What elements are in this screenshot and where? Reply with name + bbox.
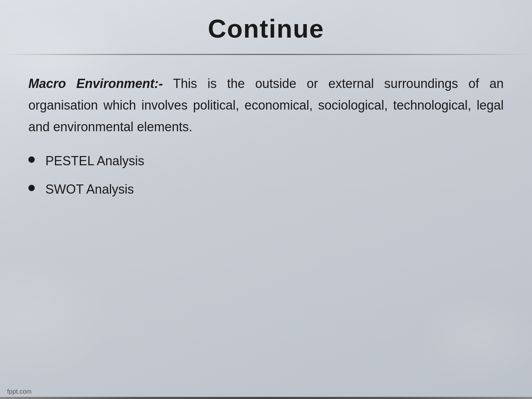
- term-label: Macro Environment:-: [28, 76, 163, 91]
- definition-paragraph: Macro Environment:- This is the outside …: [28, 73, 504, 138]
- bullet-dot: [28, 185, 35, 191]
- bullet-dot: [28, 156, 35, 163]
- footer-watermark: fppt.com: [7, 388, 32, 395]
- slide-header: Continue: [0, 0, 532, 54]
- bullet-item-text: PESTEL Analysis: [45, 152, 144, 170]
- bullet-list: PESTEL Analysis SWOT Analysis: [28, 152, 504, 199]
- list-item: PESTEL Analysis: [28, 152, 504, 170]
- list-item: SWOT Analysis: [28, 181, 504, 198]
- slide-content: Macro Environment:- This is the outside …: [0, 55, 532, 399]
- bullet-item-text: SWOT Analysis: [45, 181, 134, 198]
- slide-title: Continue: [21, 14, 511, 43]
- slide: Continue Macro Environment:- This is the…: [0, 0, 532, 399]
